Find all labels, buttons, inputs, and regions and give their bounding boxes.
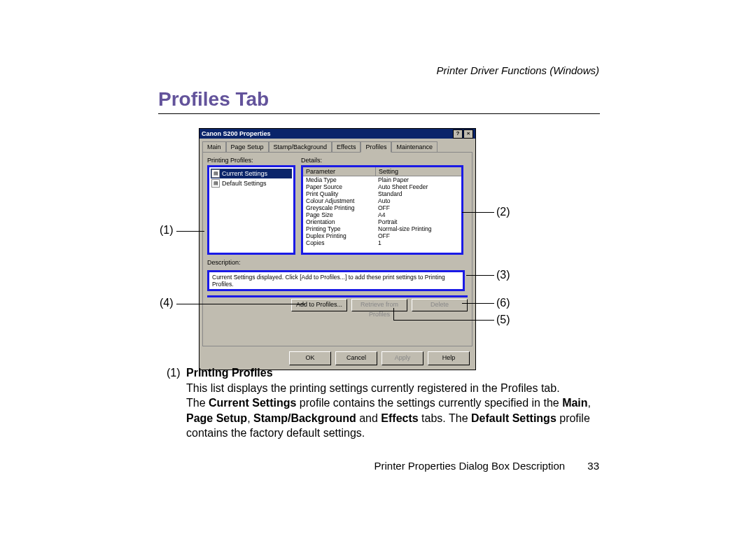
cell-param: Duplex Printing bbox=[303, 232, 375, 239]
tab-effects[interactable]: Effects bbox=[332, 141, 360, 153]
cell-param: Print Quality bbox=[303, 190, 375, 197]
bold-text: Stamp/Background bbox=[253, 412, 356, 424]
bold-text: Current Settings bbox=[209, 397, 296, 409]
delete-button[interactable]: Delete bbox=[412, 299, 468, 311]
retrieve-from-profiles-button[interactable]: Retrieve from Profiles bbox=[351, 299, 407, 311]
callout-line bbox=[393, 320, 494, 321]
cell-param: Printing Type bbox=[303, 225, 375, 232]
profile-icon: ▤ bbox=[211, 169, 220, 178]
body-line: contains the factory default settings. bbox=[186, 427, 365, 439]
callout-line bbox=[466, 275, 494, 276]
section-title: Profiles Tab bbox=[158, 88, 269, 111]
callout-4: (4) bbox=[160, 297, 174, 309]
cell-setting: OFF bbox=[375, 232, 461, 239]
cell-setting: Standard bbox=[375, 190, 461, 197]
page-number: 33 bbox=[587, 460, 599, 472]
cell-param: Colour Adjustment bbox=[303, 197, 375, 204]
help-button[interactable]: Help bbox=[428, 351, 470, 365]
header-chapter: Printer Driver Functions (Windows) bbox=[437, 64, 599, 76]
cell-param: Media Type bbox=[303, 176, 375, 183]
cell-param: Orientation bbox=[303, 218, 375, 225]
body-line: , bbox=[247, 412, 253, 424]
callout-5: (5) bbox=[496, 314, 510, 326]
profile-icon: ▤ bbox=[211, 179, 220, 188]
cell-param: Page Size bbox=[303, 211, 375, 218]
callout-line bbox=[176, 304, 305, 304]
cancel-button[interactable]: Cancel bbox=[335, 351, 377, 365]
horizontal-rule bbox=[158, 113, 600, 114]
properties-dialog: Canon S200 Properties ? × Main Page Setu… bbox=[199, 128, 476, 370]
ok-button[interactable]: OK bbox=[289, 351, 331, 365]
body-line: The bbox=[186, 397, 209, 409]
callout-6: (6) bbox=[496, 297, 510, 309]
body-line: and bbox=[356, 412, 382, 424]
tab-profiles[interactable]: Profiles bbox=[360, 141, 391, 153]
tabs-row: Main Page Setup Stamp/Background Effects… bbox=[200, 139, 475, 153]
callout-1: (1) bbox=[160, 224, 174, 237]
body-line: profile bbox=[556, 412, 590, 424]
cell-setting: Auto Sheet Feeder bbox=[375, 183, 461, 190]
bold-text: Page Setup bbox=[186, 412, 247, 424]
body-line: This list displays the printing settings… bbox=[186, 382, 560, 394]
table-row: Copies1 bbox=[303, 239, 461, 246]
details-table[interactable]: Parameter Setting Media TypePlain Paper … bbox=[301, 165, 463, 255]
table-row: Print QualityStandard bbox=[303, 190, 461, 197]
tab-main[interactable]: Main bbox=[202, 141, 226, 153]
list-item[interactable]: ▤ Default Settings bbox=[211, 178, 292, 188]
cell-setting: Normal-size Printing bbox=[375, 225, 461, 232]
cell-param: Copies bbox=[303, 239, 375, 246]
body-line: , bbox=[588, 397, 591, 409]
callout-3: (3) bbox=[496, 269, 510, 281]
table-row: Page SizeA4 bbox=[303, 211, 461, 218]
col-setting: Setting bbox=[376, 167, 461, 176]
profile-item-label: Current Settings bbox=[222, 170, 267, 177]
description-box: Current Settings displayed. Click [Add t… bbox=[207, 270, 465, 291]
cell-setting: OFF bbox=[375, 204, 461, 211]
profile-item-label: Default Settings bbox=[222, 180, 267, 187]
table-row: Paper SourceAuto Sheet Feeder bbox=[303, 183, 461, 190]
body-line: profile contains the settings currently … bbox=[296, 397, 562, 409]
body-text: (1) Printing Profiles This list displays… bbox=[186, 365, 599, 441]
callout-2: (2) bbox=[496, 206, 510, 218]
help-icon[interactable]: ? bbox=[453, 129, 463, 139]
cell-setting: Plain Paper bbox=[375, 176, 461, 183]
cell-setting: Portrait bbox=[375, 218, 461, 225]
callout-line bbox=[462, 303, 494, 304]
table-row: Colour AdjustmentAuto bbox=[303, 197, 461, 204]
bold-text: Main bbox=[562, 397, 587, 409]
add-to-profiles-button[interactable]: Add to Profiles... bbox=[291, 299, 347, 311]
tab-maintenance[interactable]: Maintenance bbox=[391, 141, 438, 153]
table-row: Media TypePlain Paper bbox=[303, 176, 461, 183]
table-row: Printing TypeNormal-size Printing bbox=[303, 225, 461, 232]
footer: Printer Properties Dialog Box Descriptio… bbox=[374, 460, 599, 472]
bold-text: Default Settings bbox=[471, 412, 556, 424]
table-row: OrientationPortrait bbox=[303, 218, 461, 225]
description-label: Description: bbox=[207, 259, 468, 266]
cell-param: Greyscale Printing bbox=[303, 204, 375, 211]
body-line: tabs. The bbox=[419, 412, 471, 424]
cell-setting: A4 bbox=[375, 211, 461, 218]
tab-page-setup[interactable]: Page Setup bbox=[226, 141, 269, 153]
profiles-list[interactable]: ▤ Current Settings ▤ Default Settings bbox=[207, 165, 295, 255]
details-label: Details: bbox=[301, 157, 468, 164]
item-title: Printing Profiles bbox=[186, 367, 273, 379]
title-bar[interactable]: Canon S200 Properties ? × bbox=[200, 129, 475, 139]
table-row: Greyscale PrintingOFF bbox=[303, 204, 461, 211]
cell-setting: Auto bbox=[375, 197, 461, 204]
callout-line bbox=[393, 308, 394, 321]
cell-setting: 1 bbox=[375, 239, 461, 246]
list-item[interactable]: ▤ Current Settings bbox=[211, 169, 292, 178]
close-icon[interactable]: × bbox=[463, 129, 473, 139]
table-header: Parameter Setting bbox=[303, 167, 461, 176]
bold-text: Effects bbox=[381, 412, 418, 424]
tab-stamp-background[interactable]: Stamp/Background bbox=[269, 141, 332, 153]
footer-text: Printer Properties Dialog Box Descriptio… bbox=[374, 460, 566, 472]
col-parameter: Parameter bbox=[303, 167, 376, 176]
apply-button[interactable]: Apply bbox=[382, 351, 424, 365]
tab-pane: Printing Profiles: ▤ Current Settings ▤ … bbox=[202, 152, 472, 346]
profiles-list-label: Printing Profiles: bbox=[207, 157, 295, 164]
dialog-title: Canon S200 Properties bbox=[202, 129, 271, 139]
callout-line bbox=[462, 212, 494, 213]
item-number: (1) bbox=[167, 365, 181, 381]
table-row: Duplex PrintingOFF bbox=[303, 232, 461, 239]
